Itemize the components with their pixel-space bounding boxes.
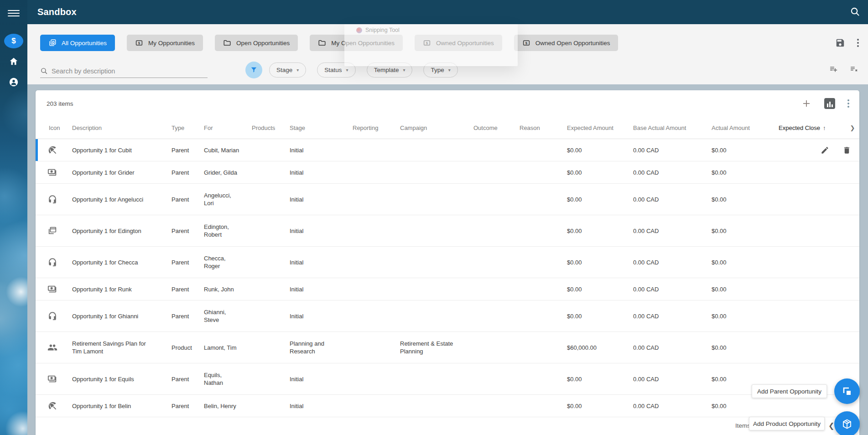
add-product-opportunity-fab[interactable] <box>834 411 860 435</box>
column-header-icon[interactable]: Icon <box>36 117 72 139</box>
table-row[interactable]: Opportunity 1 for EdingtonParentEdington… <box>36 215 859 247</box>
filter-dropdown-template[interactable]: Template▾ <box>367 62 413 78</box>
view-overflow-menu-icon[interactable] <box>857 39 859 47</box>
cell-reason <box>520 395 567 417</box>
cell-reporting <box>353 184 400 215</box>
cell-outcome <box>473 215 520 246</box>
column-header-outcome[interactable]: Outcome <box>473 117 520 139</box>
cell-for: Runk, John <box>204 278 252 300</box>
tab-my-opportunities[interactable]: $My Opportunities <box>127 35 203 51</box>
dollar-circle-icon: $ <box>11 36 16 46</box>
column-header-for[interactable]: For <box>204 117 252 139</box>
sidebar-item-home[interactable] <box>4 54 23 69</box>
tab-owned-opportunities[interactable]: $Owned Opportunities <box>415 35 502 51</box>
chart-view-icon[interactable] <box>824 98 835 109</box>
search-icon[interactable] <box>849 6 861 18</box>
delete-icon[interactable] <box>842 146 851 155</box>
cell-products <box>252 215 290 246</box>
filter-dropdown-stage[interactable]: Stage▾ <box>269 62 306 78</box>
column-header-base-actual-amount[interactable]: Base Actual Amount <box>633 117 712 139</box>
table-row[interactable]: Opportunity 1 for BelinParentBelin, Henr… <box>36 395 859 417</box>
cell-stage: Initial <box>290 363 353 394</box>
table-overflow-menu-icon[interactable] <box>847 99 849 108</box>
search-input[interactable] <box>52 67 208 75</box>
cell-expected-amount: $0.00 <box>567 184 633 215</box>
column-header-description[interactable]: Description <box>72 117 172 139</box>
cell-stage: Initial <box>290 139 353 161</box>
column-header-expected-amount[interactable]: Expected Amount <box>567 117 633 139</box>
cell-expected-amount: $0.00 <box>567 395 633 417</box>
tab-owned-open-opportunities[interactable]: $Owned Open Opportunities <box>514 35 619 51</box>
cell-products <box>252 161 290 183</box>
table-row[interactable]: Opportunity 1 for GhianniParentGhianni, … <box>36 300 859 332</box>
cell-expected-close <box>779 395 846 417</box>
chevron-down-icon: ▾ <box>296 67 299 72</box>
cell-reporting <box>353 363 400 394</box>
tab-my-open-opportunities[interactable]: My Open Opportunities <box>310 35 403 51</box>
table-row[interactable]: Opportunity 1 for GriderParentGrider, Gi… <box>36 161 859 184</box>
cell-products <box>252 363 290 394</box>
cell-type: Parent <box>172 300 204 331</box>
table-row[interactable]: Opportunity 1 for EquilsParentEquils, Na… <box>36 363 859 395</box>
table-row[interactable]: Opportunity 1 for RunkParentRunk, JohnIn… <box>36 278 859 300</box>
cell-for: Angelucci, Lori <box>204 184 252 215</box>
folder-icon <box>318 39 326 47</box>
column-header-expected-close[interactable]: Expected Close↑ <box>779 117 846 139</box>
cell-base-actual-amount: 0.00 CAD <box>633 278 712 300</box>
table-body: Opportunity 1 for CubitParentCubit, Mari… <box>36 139 859 417</box>
edit-icon[interactable] <box>821 146 829 155</box>
column-header-reporting[interactable]: Reporting <box>353 117 400 139</box>
filter-funnel-button[interactable] <box>245 62 262 78</box>
tab-label: My Opportunities <box>148 40 195 47</box>
hamburger-menu-icon[interactable] <box>8 8 20 18</box>
cell-outcome <box>473 278 520 300</box>
filter-dropdown-type[interactable]: Type▾ <box>423 62 457 78</box>
sidebar-item-profile[interactable] <box>4 75 23 89</box>
tab-open-opportunities[interactable]: Open Opportunities <box>215 35 298 51</box>
tab-all-opportunities[interactable]: All Opportunities <box>40 35 115 51</box>
cell-type: Parent <box>172 184 204 215</box>
cell-actual-amount: $0.00 <box>712 278 779 300</box>
cell-stage: Planning and Research <box>290 332 353 363</box>
payments-icon <box>36 278 72 300</box>
column-header-products[interactable]: Products <box>252 117 290 139</box>
cell-for: Lamont, Tim <box>204 332 252 363</box>
scroll-columns-right-icon[interactable]: ❯ <box>846 117 859 139</box>
chevron-left-icon[interactable]: ❮ <box>828 421 834 430</box>
cell-stage: Initial <box>290 215 353 246</box>
table-row[interactable]: Retirement Savings Plan for Tim LamontPr… <box>36 332 859 363</box>
cell-for: Belin, Henry <box>204 395 252 417</box>
cell-actual-amount: $0.00 <box>712 247 779 278</box>
cell-for: Grider, Gilda <box>204 161 252 183</box>
cell-actual-amount: $0.00 <box>712 332 779 363</box>
playlist-add-icon[interactable] <box>829 64 838 74</box>
cell-reporting <box>353 278 400 300</box>
column-header-reason[interactable]: Reason <box>520 117 567 139</box>
cell-outcome <box>473 139 520 161</box>
table-row[interactable]: Opportunity 1 for CubitParentCubit, Mari… <box>36 139 859 161</box>
cell-for: Equils, Nathan <box>204 363 252 394</box>
sidebar-item-opportunities[interactable]: $ <box>4 34 23 48</box>
cell-reason <box>520 332 567 363</box>
stack-icon <box>48 39 57 47</box>
column-header-type[interactable]: Type <box>172 117 204 139</box>
playlist-remove-icon[interactable] <box>849 64 859 74</box>
people-icon <box>36 332 72 363</box>
pagination-bar: Items per page ❮ <box>36 417 859 435</box>
folder-icon <box>223 39 231 47</box>
filter-dropdown-status[interactable]: Status▾ <box>317 62 355 78</box>
table-row[interactable]: Opportunity 1 for CheccaParentChecca, Ro… <box>36 247 859 278</box>
parent-shapes-icon <box>842 386 852 397</box>
beach-umbrella-icon <box>36 139 72 161</box>
add-parent-opportunity-fab[interactable] <box>834 378 860 404</box>
filter-bar: Stage▾Status▾Template▾Type▾ <box>40 61 857 81</box>
column-header-stage[interactable]: Stage <box>290 117 353 139</box>
cell-base-actual-amount: 0.00 CAD <box>633 247 712 278</box>
add-icon[interactable] <box>801 98 812 109</box>
column-header-campaign[interactable]: Campaign <box>400 117 473 139</box>
save-view-icon[interactable] <box>835 38 845 48</box>
svg-text:$: $ <box>426 41 428 45</box>
table-row[interactable]: Opportunity 1 for AngelucciParentAngeluc… <box>36 184 859 215</box>
column-header-actual-amount[interactable]: Actual Amount <box>712 117 779 139</box>
tab-label: Owned Opportunities <box>436 40 494 47</box>
